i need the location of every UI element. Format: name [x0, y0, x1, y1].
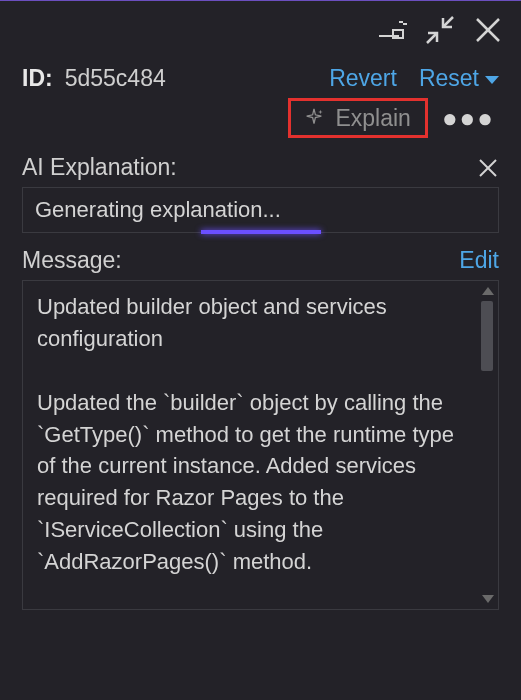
- more-options-button[interactable]: ●●●: [438, 105, 499, 131]
- commit-message-text: Updated builder object and services conf…: [37, 291, 468, 578]
- commit-message-box[interactable]: Updated builder object and services conf…: [22, 280, 499, 610]
- scroll-up-arrow-icon[interactable]: [482, 287, 494, 295]
- ai-explanation-title: AI Explanation:: [22, 154, 177, 181]
- close-explanation-button[interactable]: [477, 157, 499, 179]
- explain-button[interactable]: Explain: [288, 98, 427, 138]
- revert-link[interactable]: Revert: [329, 65, 397, 92]
- ai-explanation-status-text: Generating explanation...: [35, 197, 281, 223]
- progress-indicator: [201, 230, 321, 234]
- svg-line-4: [443, 17, 453, 27]
- autohide-button[interactable]: [375, 13, 409, 47]
- chevron-down-icon: [485, 76, 499, 84]
- sparkle-icon: [303, 107, 325, 129]
- scrollbar[interactable]: [479, 287, 495, 603]
- explain-label: Explain: [335, 105, 410, 132]
- close-button[interactable]: [471, 13, 505, 47]
- collapse-button[interactable]: [423, 13, 457, 47]
- svg-line-5: [427, 33, 437, 43]
- ai-explanation-status-box: Generating explanation...: [22, 187, 499, 233]
- message-title: Message:: [22, 247, 122, 274]
- edit-message-link[interactable]: Edit: [459, 247, 499, 274]
- scroll-down-arrow-icon[interactable]: [482, 595, 494, 603]
- reset-link-label: Reset: [419, 65, 479, 92]
- window-controls: [0, 3, 521, 65]
- scrollbar-thumb[interactable]: [481, 301, 493, 371]
- reset-dropdown[interactable]: Reset: [419, 65, 499, 92]
- commit-id-label: ID:: [22, 65, 53, 92]
- commit-id-value: 5d55c484: [65, 65, 166, 92]
